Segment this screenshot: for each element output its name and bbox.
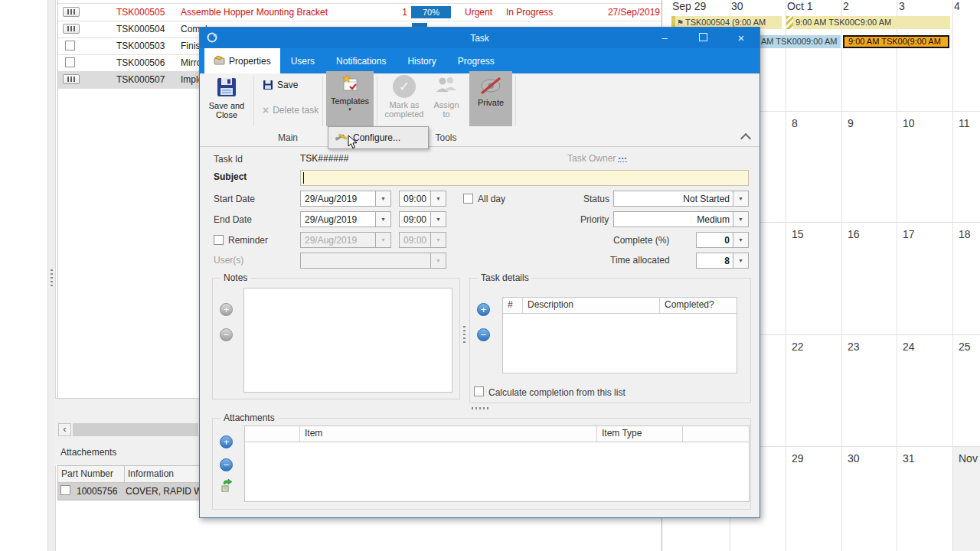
save-and-close-button[interactable]: Save and Close xyxy=(204,76,249,119)
date-number[interactable]: 22 xyxy=(792,341,804,353)
column-header-item-type[interactable]: Item Type xyxy=(597,426,683,442)
collapse-ribbon-button[interactable] xyxy=(742,135,750,142)
complete-percent-spinner[interactable]: 0 ▼ xyxy=(696,232,749,248)
date-number[interactable]: 18 xyxy=(959,228,971,240)
status-value: Not Started xyxy=(614,191,733,206)
column-header-blank[interactable] xyxy=(683,426,749,442)
mark-as-completed-button[interactable]: ✓ Mark as completed xyxy=(382,75,426,119)
splitter-handle-dots[interactable] xyxy=(51,269,53,288)
attachments-import-button[interactable] xyxy=(220,479,234,494)
dropdown-arrow-icon[interactable]: ▼ xyxy=(375,191,390,206)
date-number[interactable]: 16 xyxy=(848,228,860,240)
all-day-checkbox[interactable] xyxy=(463,194,473,204)
column-header-completed[interactable]: Completed? xyxy=(660,298,737,313)
date-number[interactable]: 11 xyxy=(959,117,970,129)
dropdown-arrow-icon[interactable]: ▼ xyxy=(430,212,446,227)
tab-properties[interactable]: Properties xyxy=(204,48,280,73)
priority-value: Medium xyxy=(614,212,733,227)
templates-button[interactable]: Templates ▼ xyxy=(326,71,374,126)
date-number[interactable]: 30 xyxy=(848,452,860,465)
menu-item-configure[interactable]: Configure... xyxy=(353,132,400,143)
date-number[interactable]: 8 xyxy=(792,117,798,129)
task-details-remove-button[interactable]: − xyxy=(477,328,490,341)
notes-add-button[interactable]: + xyxy=(220,303,233,316)
tab-notifications[interactable]: Notifications xyxy=(325,48,397,73)
attachments-add-button[interactable]: + xyxy=(220,435,233,448)
save-button[interactable]: Save xyxy=(263,80,298,90)
ribbon-separator xyxy=(377,76,377,126)
date-number[interactable]: 25 xyxy=(959,341,971,353)
time-allocated-label: Time allocated xyxy=(610,255,670,266)
table-row[interactable]: TSK000505 Assemble Hopper Mounting Brack… xyxy=(58,4,662,21)
dropdown-arrow-icon[interactable]: ▼ xyxy=(733,233,748,247)
start-date-picker[interactable]: 29/Aug/2019 ▼ xyxy=(300,191,391,207)
dropdown-arrow-icon[interactable]: ▼ xyxy=(430,191,446,206)
priority-select[interactable]: Medium ▼ xyxy=(613,211,749,227)
column-header-description[interactable]: Description xyxy=(523,298,660,313)
subject-input[interactable] xyxy=(300,170,749,186)
reminder-time-picker: 09:00 ▼ xyxy=(399,232,446,248)
calendar-event[interactable]: 9:00 AM TSK00C9:00 AM xyxy=(786,16,950,29)
grid-line xyxy=(897,0,897,551)
date-number[interactable]: 31 xyxy=(903,452,915,465)
tab-history[interactable]: History xyxy=(397,48,446,73)
panel-splitter[interactable] xyxy=(47,0,56,551)
status-select[interactable]: Not Started ▼ xyxy=(613,191,749,207)
delete-task-button[interactable]: × Delete task xyxy=(263,104,318,116)
end-date-picker[interactable]: 29/Aug/2019 ▼ xyxy=(300,211,391,227)
ribbon-separator xyxy=(322,76,323,126)
dropdown-arrow-icon: ▼ xyxy=(430,253,446,268)
attachments-remove-button[interactable]: − xyxy=(220,458,233,471)
row-checkbox[interactable] xyxy=(65,41,75,51)
tab-progress[interactable]: Progress xyxy=(447,48,505,73)
dialog-titlebar[interactable]: Task – × xyxy=(200,28,760,48)
close-button[interactable]: × xyxy=(730,28,753,48)
reminder-checkbox[interactable] xyxy=(214,235,224,245)
date-number[interactable]: 23 xyxy=(848,341,860,353)
dropdown-arrow-icon[interactable]: ▼ xyxy=(733,212,748,227)
start-date-value: 29/Aug/2019 xyxy=(301,191,375,206)
day-header: Oct 1 xyxy=(787,0,812,12)
maximize-button[interactable] xyxy=(691,28,714,48)
task-qty: 1 xyxy=(387,7,407,18)
row-checkbox[interactable] xyxy=(65,57,75,67)
column-header[interactable]: Part Number xyxy=(58,466,125,482)
dropdown-arrow-icon[interactable]: ▼ xyxy=(733,191,748,206)
column-header-item[interactable]: Item xyxy=(300,426,597,442)
users-value xyxy=(301,253,430,268)
dropdown-arrow-icon[interactable]: ▼ xyxy=(733,253,748,268)
date-number[interactable]: 17 xyxy=(903,228,915,240)
scrollbar-thumb[interactable] xyxy=(73,423,198,436)
tab-users[interactable]: Users xyxy=(280,48,325,73)
form-splitter-handle[interactable] xyxy=(472,407,489,409)
column-header-blank[interactable] xyxy=(245,426,300,442)
calculate-completion-checkbox[interactable] xyxy=(474,386,484,396)
assign-to-button[interactable]: Assign to xyxy=(430,75,463,119)
group-splitter-handle[interactable] xyxy=(463,326,466,345)
end-time-picker[interactable]: 09:00 ▼ xyxy=(399,211,446,227)
calendar-event[interactable]: 9:00 AM TSK00(9:00 AM xyxy=(843,35,949,48)
notes-textarea[interactable] xyxy=(243,288,452,393)
date-number[interactable]: 9 xyxy=(848,117,854,129)
dropdown-arrow-icon[interactable]: ▼ xyxy=(375,212,390,227)
minimize-button[interactable]: – xyxy=(653,28,676,48)
event-tentative-stripe xyxy=(786,16,793,29)
private-button[interactable]: Private xyxy=(469,71,512,126)
task-owner-link[interactable]: … xyxy=(618,151,627,162)
task-details-add-button[interactable]: + xyxy=(477,303,490,316)
date-number[interactable]: 15 xyxy=(792,228,804,240)
task-status: In Progress xyxy=(506,7,553,18)
day-header: 30 xyxy=(731,0,743,12)
notes-remove-button[interactable]: − xyxy=(220,328,233,341)
time-allocated-spinner[interactable]: 8 ▼ xyxy=(696,253,749,269)
date-number[interactable]: 24 xyxy=(903,341,915,353)
date-number[interactable]: Nov xyxy=(959,452,978,465)
dialog-ribbon: Save and Close Save × Delete task Templa… xyxy=(200,73,760,147)
start-time-picker[interactable]: 09:00 ▼ xyxy=(399,191,446,207)
date-number[interactable]: 10 xyxy=(903,117,915,129)
date-number[interactable]: 29 xyxy=(792,452,804,465)
scrollbar-left-button[interactable]: ‹ xyxy=(58,423,71,436)
column-header-hash[interactable]: # xyxy=(503,298,523,313)
time-allocated-value: 8 xyxy=(697,253,733,268)
row-checkbox[interactable] xyxy=(60,485,70,495)
